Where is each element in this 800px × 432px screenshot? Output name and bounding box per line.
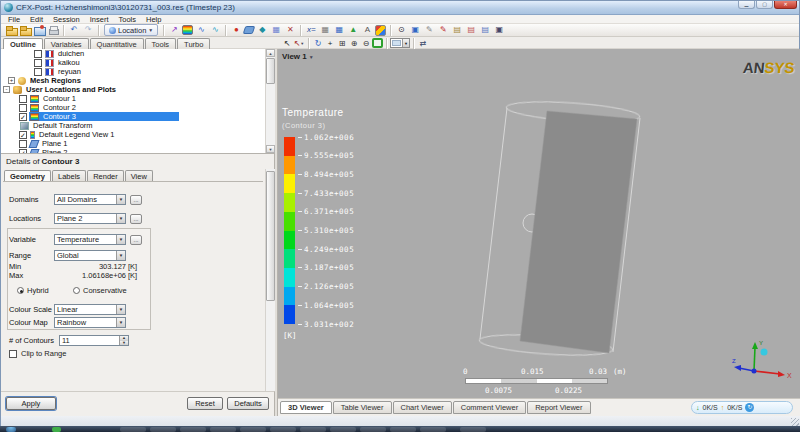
expression-icon[interactable]: x=	[305, 24, 317, 36]
print-icon[interactable]	[47, 24, 59, 36]
tree-scrollbar-thumb[interactable]	[266, 58, 275, 84]
report-icon[interactable]	[375, 25, 386, 36]
expand-icon[interactable]: +	[8, 77, 15, 84]
viewer-tab-comment-viewer[interactable]: Comment Viewer	[453, 401, 526, 414]
isosurface-icon[interactable]: ◆	[256, 24, 268, 36]
orbit-icon[interactable]: ↻	[312, 38, 324, 49]
tree-item-kaikou[interactable]: kaikou	[1, 58, 274, 67]
tree-item-checkbox[interactable]	[19, 140, 27, 148]
tree-item-contour-1[interactable]: Contour 1	[1, 94, 274, 103]
windows-taskbar[interactable]	[0, 426, 800, 432]
taskbar-app-icon[interactable]	[270, 427, 296, 432]
chart-icon[interactable]: ▲	[347, 24, 359, 36]
comment-icon[interactable]: A	[361, 24, 373, 36]
collapse-icon[interactable]: -	[3, 86, 10, 93]
taskbar-app-icon[interactable]	[180, 427, 206, 432]
menu-item-file[interactable]: File	[3, 15, 25, 24]
variable-select[interactable]: Temperature ▼	[54, 234, 126, 245]
taskbar-app-icon[interactable]	[240, 427, 266, 432]
timestep-clock-icon[interactable]: ⊙	[395, 24, 407, 36]
zoom-out-icon[interactable]: ⊖	[360, 38, 372, 49]
sync-views-icon[interactable]: ⇄	[417, 38, 429, 49]
tree-item-contour-2[interactable]: Contour 2	[1, 103, 274, 112]
menu-item-session[interactable]: Session	[48, 15, 85, 24]
taskbar-app-icon[interactable]	[52, 427, 61, 432]
fit-view-icon[interactable]	[372, 38, 383, 48]
viewer-tab-report-viewer[interactable]: Report Viewer	[527, 401, 590, 414]
variable-more-button[interactable]: ...	[130, 235, 142, 245]
session-notes-icon[interactable]: ▤	[451, 24, 463, 36]
reset-button[interactable]: Reset	[187, 397, 223, 410]
tree-scrollbar[interactable]: ▲ ▼	[265, 49, 275, 153]
tree-item-checkbox[interactable]	[19, 104, 27, 112]
taskbar-app-icon[interactable]	[300, 427, 326, 432]
new-window-icon[interactable]: ▣	[493, 24, 505, 36]
conservative-radio[interactable]	[73, 287, 80, 294]
table-icon[interactable]: ▦	[333, 24, 345, 36]
taskbar-app-icon[interactable]	[360, 427, 386, 432]
start-orb[interactable]	[6, 427, 16, 432]
report-template-icon[interactable]: ▤	[479, 24, 491, 36]
undo-icon[interactable]: ↶	[68, 24, 80, 36]
tree-item-contour-3[interactable]: ✓Contour 3	[1, 112, 274, 121]
locations-more-button[interactable]: ...	[130, 214, 142, 224]
taskbar-app-icon[interactable]	[330, 427, 356, 432]
taskbar-app-icon[interactable]	[210, 427, 236, 432]
range-select[interactable]: Global ▼	[54, 250, 126, 261]
particle-track-icon[interactable]: ∿	[209, 24, 221, 36]
redo-icon[interactable]: ↷	[82, 24, 94, 36]
viewer-tab-table-viewer[interactable]: Table Viewer	[333, 401, 392, 414]
menu-item-insert[interactable]: Insert	[85, 15, 114, 24]
calculator-icon[interactable]: ▦	[319, 24, 331, 36]
taskbar-app-icon[interactable]	[150, 427, 176, 432]
tree-item-mesh-regions[interactable]: +Mesh Regions	[1, 76, 274, 85]
colour-scale-select[interactable]: Linear ▼	[54, 304, 126, 315]
3d-viewport[interactable]: View 1 ▼ ANSYS Temperature (Contour 3) 1…	[278, 49, 800, 398]
close-button[interactable]: ✕	[774, 1, 797, 9]
annotate-pen-icon[interactable]: ✎	[437, 24, 449, 36]
refresh-icon[interactable]: ↻	[745, 403, 754, 412]
streamline-icon[interactable]: ∿	[195, 24, 207, 36]
clip-plane-icon[interactable]: ✕	[284, 24, 296, 36]
load-state-icon[interactable]	[19, 24, 31, 36]
network-speed-widget[interactable]: ↓ 0K/S ↑ 0K/S ↻	[691, 401, 793, 414]
zoom-in-icon[interactable]: ⊕	[348, 38, 360, 49]
tree-item-default-legend-view-1[interactable]: ✓Default Legend View 1	[1, 130, 274, 139]
tree-item-checkbox[interactable]	[34, 68, 42, 76]
tree-item-default-transform[interactable]: Default Transform	[1, 121, 274, 130]
tree-item-checkbox[interactable]	[34, 50, 42, 58]
vector-plot-icon[interactable]: ↗	[168, 24, 180, 36]
location-button[interactable]: Location▼	[104, 24, 158, 36]
tree-item-user-locations-and-plots[interactable]: -User Locations and Plots	[1, 85, 274, 94]
viewer-tab-chart-viewer[interactable]: Chart Viewer	[393, 401, 452, 414]
tree-item-duichen[interactable]: duichen	[1, 49, 274, 58]
view-mode-dropdown[interactable]: ▼	[390, 38, 410, 48]
tree-item-checkbox[interactable]	[19, 95, 27, 103]
plane-icon[interactable]	[243, 26, 256, 34]
tree-item-checkbox[interactable]: ✓	[19, 131, 27, 139]
tree-item-checkbox[interactable]	[34, 59, 42, 67]
taskbar-app-icon[interactable]	[120, 427, 146, 432]
state-notes-icon[interactable]: ▤	[465, 24, 477, 36]
select-icon[interactable]: ↖	[281, 38, 293, 49]
menu-item-help[interactable]: Help	[141, 15, 166, 24]
num-contours-stepper[interactable]: 11 ▲▼	[59, 335, 129, 346]
clip-to-range-checkbox[interactable]	[9, 350, 17, 358]
domains-select[interactable]: All Domains ▼	[54, 194, 126, 205]
menu-item-edit[interactable]: Edit	[25, 15, 48, 24]
domains-more-button[interactable]: ...	[130, 195, 142, 205]
taskbar-app-icon[interactable]	[420, 427, 446, 432]
probe-select-icon[interactable]: ↖▼	[293, 38, 305, 49]
tree-item-checkbox[interactable]: ✓	[19, 113, 27, 121]
title-bar[interactable]: CFX-Post: H:\zhenshimoni3\30120731_003.r…	[1, 1, 799, 15]
resize-grip[interactable]	[791, 418, 799, 426]
volume-icon[interactable]: ▦	[270, 24, 282, 36]
details-scrollbar[interactable]	[265, 169, 275, 391]
taskbar-app-icon[interactable]	[390, 427, 416, 432]
contour-plot-icon[interactable]	[182, 25, 193, 35]
tree-item-reyuan[interactable]: reyuan	[1, 67, 274, 76]
pan-icon[interactable]: +	[324, 38, 336, 49]
details-scrollbar-thumb[interactable]	[266, 171, 275, 301]
spin-down-icon[interactable]: ▼	[120, 341, 128, 346]
point-icon[interactable]: ●	[230, 24, 242, 36]
